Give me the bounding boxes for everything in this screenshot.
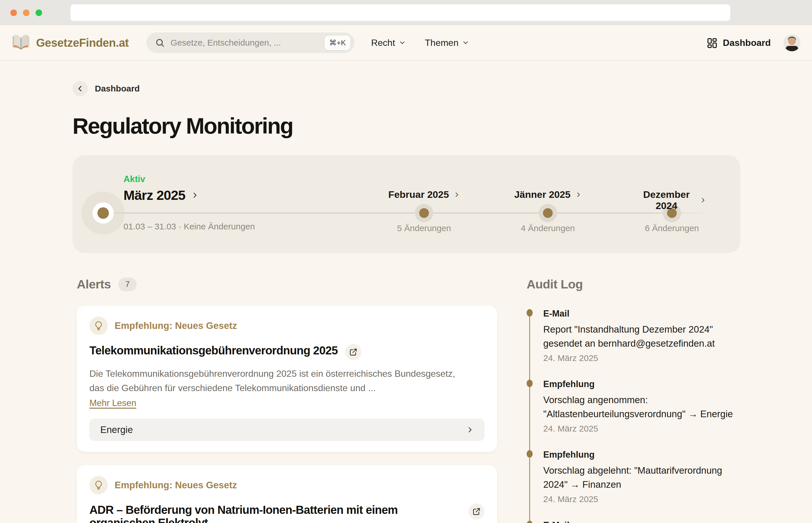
audit-log-section: Audit Log E-Mail Report "Instandhaltung … xyxy=(527,277,740,523)
window-controls xyxy=(10,10,42,16)
mehr-lesen-link[interactable]: Mehr Lesen xyxy=(89,398,136,408)
month-label: Februar 2025 xyxy=(388,189,449,200)
audit-log-list: E-Mail Report "Instandhaltung Dezember 2… xyxy=(527,308,740,523)
tag-label: Energie xyxy=(100,425,133,435)
minimize-window-button[interactable] xyxy=(23,10,30,16)
active-month-block: Aktiv März 2025 xyxy=(124,174,199,203)
lightbulb-icon xyxy=(89,476,108,494)
chevron-right-icon xyxy=(700,197,706,203)
audit-entry: E-Mail Report "Instandhaltung Dezember 2… xyxy=(527,308,740,363)
active-month-link[interactable]: März 2025 xyxy=(124,187,199,203)
external-link-button[interactable] xyxy=(469,504,485,520)
header-right: Dashboard xyxy=(706,34,800,51)
brand-logo[interactable]: GesetzeFinden.at xyxy=(12,34,129,51)
chevron-right-icon xyxy=(575,192,581,198)
month-link[interactable]: Dezember 2024 xyxy=(638,189,706,211)
month-link[interactable]: Februar 2025 xyxy=(388,189,460,200)
month-item-februar: Februar 2025 xyxy=(388,189,460,200)
url-bar[interactable] xyxy=(70,4,731,21)
nav-item-label: Themen xyxy=(425,38,458,48)
alert-kind-label: Empfehlung: Neues Gesetz xyxy=(115,320,237,331)
audit-entry-text: Report "Instandhaltung Dezember 2024" ge… xyxy=(543,322,740,350)
audit-log-title: Audit Log xyxy=(527,277,583,291)
status-badge: Aktiv xyxy=(124,174,199,184)
timeline-dot-active xyxy=(97,207,109,219)
active-month-detail: 01.03 – 31.03 · Keine Änderungen xyxy=(124,222,255,231)
audit-entry-type: E-Mail xyxy=(543,308,740,319)
alerts-count-badge: 7 xyxy=(118,277,137,291)
timeline-dot xyxy=(543,208,553,218)
chevron-down-icon xyxy=(462,39,469,47)
chevron-right-icon xyxy=(191,192,199,199)
alert-title-link[interactable]: ADR – Beförderung von Natrium-Ionen-Batt… xyxy=(89,504,461,523)
avatar[interactable] xyxy=(783,34,800,51)
month-label: Dezember 2024 xyxy=(638,189,695,211)
audit-entry-type: E-Mail xyxy=(543,520,740,523)
month-changes: 5 Änderungen xyxy=(397,223,451,233)
audit-entry-date: 24. März 2025 xyxy=(543,494,740,504)
audit-entry-date: 24. März 2025 xyxy=(543,424,740,434)
search-shortcut-badge: ⌘+K xyxy=(325,36,351,50)
month-changes: 6 Änderungen xyxy=(645,223,699,233)
dashboard-link[interactable]: Dashboard xyxy=(706,37,771,49)
month-changes: 4 Änderungen xyxy=(521,223,575,233)
chevron-down-icon xyxy=(399,39,406,47)
chevron-right-icon xyxy=(466,426,474,434)
lightbulb-icon xyxy=(89,317,108,335)
brand-name: GesetzeFinden.at xyxy=(36,36,129,49)
audit-entry-type: Empfehlung xyxy=(543,379,740,390)
chevron-right-icon xyxy=(454,192,460,198)
alert-description: Die Telekommunikationsgebührenverordnung… xyxy=(89,366,462,395)
search-icon xyxy=(155,38,165,48)
primary-nav: Recht Themen xyxy=(371,38,469,48)
external-link-icon xyxy=(472,507,480,516)
chevron-left-icon xyxy=(77,85,84,92)
breadcrumb-label: Dashboard xyxy=(95,84,140,93)
page-title: Regulatory Monitoring xyxy=(73,113,740,139)
audit-dot xyxy=(527,521,533,523)
audit-entry-date: 24. März 2025 xyxy=(543,353,740,363)
zoom-window-button[interactable] xyxy=(36,10,42,16)
browser-chrome xyxy=(0,0,812,25)
nav-item-label: Recht xyxy=(371,38,395,48)
audit-dot xyxy=(527,380,533,387)
month-label: Jänner 2025 xyxy=(514,189,571,200)
audit-entry: Empfehlung Vorschlag angenommen: "Altlas… xyxy=(527,379,740,434)
alert-card: Empfehlung: Neues Gesetz Telekommunikati… xyxy=(77,306,497,452)
open-book-icon xyxy=(12,34,31,51)
nav-item-themen[interactable]: Themen xyxy=(425,38,469,48)
audit-entry: Empfehlung Vorschlag abgelehnt: "Mauttar… xyxy=(527,450,740,504)
search-input[interactable] xyxy=(170,38,324,48)
alert-kind-label: Empfehlung: Neues Gesetz xyxy=(115,480,237,491)
audit-entry: E-Mail Report "Instandhaltung Dezember 2… xyxy=(527,520,740,523)
month-item-dezember: Dezember 2024 xyxy=(638,189,706,211)
audit-dot xyxy=(527,309,533,317)
alerts-section: Alerts 7 Empfehlung: Neues Gesetz Teleko… xyxy=(73,277,497,523)
timeline-card: Aktiv März 2025 01.03 – 31.03 · Keine Än… xyxy=(73,155,740,253)
timeline-line xyxy=(103,213,710,214)
active-month-label: März 2025 xyxy=(124,187,185,203)
nav-item-recht[interactable]: Recht xyxy=(371,38,406,48)
main-content: Dashboard Regulatory Monitoring Aktiv Mä… xyxy=(0,81,812,523)
search-box[interactable]: ⌘+K xyxy=(146,32,355,53)
alerts-title: Alerts xyxy=(77,277,111,291)
month-link[interactable]: Jänner 2025 xyxy=(514,189,582,200)
timeline-dot xyxy=(419,208,429,218)
alert-card: Empfehlung: Neues Gesetz ADR – Beförderu… xyxy=(77,465,497,523)
external-link-button[interactable] xyxy=(345,344,361,360)
back-button[interactable] xyxy=(73,81,88,96)
app-header: GesetzeFinden.at ⌘+K Recht Themen xyxy=(0,25,812,61)
audit-entry-text: Vorschlag angenommen: "Altlastenbeurteil… xyxy=(543,393,740,421)
close-window-button[interactable] xyxy=(10,10,17,16)
external-link-icon xyxy=(349,348,357,356)
audit-dot xyxy=(527,450,533,458)
dashboard-link-label: Dashboard xyxy=(723,38,771,48)
month-item-jaenner: Jänner 2025 xyxy=(514,189,582,200)
dashboard-grid-icon xyxy=(706,37,718,49)
tag-row-energie[interactable]: Energie xyxy=(89,419,485,441)
audit-entry-text: Vorschlag abgelehnt: "Mauttarifverordnun… xyxy=(543,463,740,491)
alert-title-link[interactable]: Telekommunikationsgebührenverordnung 202… xyxy=(89,344,338,357)
breadcrumb: Dashboard xyxy=(73,81,740,96)
audit-entry-type: Empfehlung xyxy=(543,450,740,460)
